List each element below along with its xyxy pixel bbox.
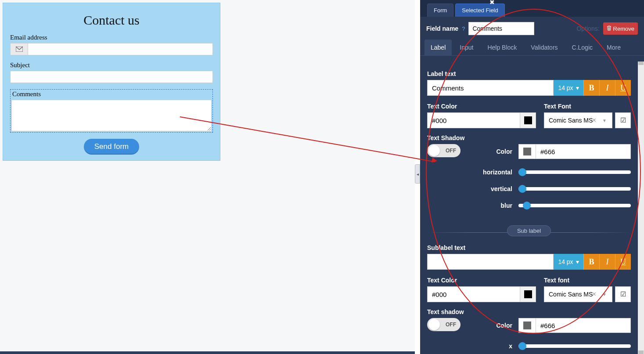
subtab-input[interactable]: Input (453, 40, 479, 55)
comments-field-selected[interactable]: Comments (10, 89, 213, 133)
subtab-label[interactable]: Label (425, 40, 452, 55)
shadow-color-label: Color (477, 148, 512, 155)
subject-field[interactable] (10, 71, 213, 83)
sub-italic-button[interactable]: I (599, 254, 615, 270)
sublabel-size-value: 14 px (558, 258, 573, 265)
help-icon[interactable]: ? (462, 25, 465, 32)
subtab-clogic[interactable]: C.Logic (566, 40, 599, 55)
caret-down-icon: ▾ (576, 258, 579, 265)
clear-icon[interactable]: × (592, 116, 596, 124)
bold-button[interactable]: B (583, 80, 599, 96)
sub-text-font-heading: Text font (544, 277, 631, 284)
text-color-swatch[interactable] (520, 112, 536, 128)
field-name-input[interactable] (468, 22, 534, 35)
tab-form[interactable]: Form (427, 4, 453, 17)
shadow-horizontal-label: horizontal (477, 169, 512, 176)
sub-text-color-input[interactable] (427, 286, 520, 302)
label-size-value: 14 px (558, 84, 573, 91)
field-subtabs: Label Input Help Block Validators C.Logi… (420, 40, 644, 56)
underline-button[interactable]: U (615, 80, 631, 96)
remove-button-label: Remove (613, 25, 634, 32)
properties-panel: ◂ ✖ Form Selected Field Field name ? Opt… (420, 0, 644, 354)
font-apply-button[interactable]: ☑ (615, 112, 631, 128)
panel-body[interactable]: Label text 14 px▾ B I U Text Color Text … (420, 61, 638, 354)
form-preview-area: Contact us Email address Subject Comment… (0, 0, 415, 354)
email-icon (10, 43, 28, 55)
sub-text-font-value: Comic Sans MS (549, 291, 593, 298)
text-shadow-toggle[interactable]: OFF (427, 144, 461, 157)
clear-icon[interactable]: × (592, 290, 596, 298)
subtab-more[interactable]: More (601, 40, 627, 55)
sub-font-apply-button[interactable]: ☑ (615, 286, 631, 302)
shadow-vertical-label: vertical (477, 185, 512, 192)
caret-down-icon: ▼ (602, 292, 607, 297)
label-text-heading: Label text (427, 70, 631, 77)
sub-text-font-select[interactable]: Comic Sans MS × ▼ (544, 286, 612, 302)
caret-down-icon: ▾ (576, 84, 579, 91)
close-icon[interactable]: ✖ (489, 0, 495, 6)
sub-shadow-color-swatch[interactable] (518, 318, 536, 333)
sub-text-color-heading: Text Color (427, 277, 536, 284)
text-font-heading: Text Font (544, 103, 631, 110)
shadow-vertical-slider[interactable] (518, 187, 631, 191)
sublabel-text-heading: Sublabel text (427, 244, 631, 251)
email-field[interactable] (28, 43, 213, 55)
sublabel-text-input[interactable] (427, 254, 554, 270)
sub-shadow-color-input[interactable] (536, 318, 631, 333)
comments-textarea[interactable] (11, 100, 212, 131)
bottom-bar (0, 351, 415, 354)
subtab-help-block[interactable]: Help Block (481, 40, 523, 55)
submit-button[interactable]: Send form (84, 139, 139, 155)
text-font-select[interactable]: Comic Sans MS × ▼ (544, 112, 612, 128)
sub-text-color-swatch[interactable] (520, 286, 536, 302)
form-title: Contact us (10, 13, 213, 28)
sub-shadow-x-slider[interactable] (518, 344, 631, 348)
sublabel-divider-text: Sub label (507, 225, 551, 236)
sublabel-text-row: 14 px▾ B I U (427, 254, 631, 270)
panel-top-tabs: Form Selected Field (420, 0, 644, 17)
scroll-up-icon[interactable] (638, 61, 644, 65)
field-name-label: Field name (426, 25, 458, 32)
comments-label: Comments (11, 90, 212, 98)
trash-icon (607, 25, 612, 32)
sub-text-shadow-heading: Text shadow (427, 308, 631, 315)
text-color-heading: Text Color (427, 103, 536, 110)
sub-toggle-off-label: OFF (446, 321, 456, 328)
shadow-color-swatch[interactable] (518, 144, 536, 159)
text-color-input[interactable] (427, 112, 520, 128)
shadow-color-input[interactable] (536, 144, 631, 159)
caret-down-icon: ▼ (602, 118, 607, 123)
shadow-blur-slider[interactable] (518, 204, 631, 207)
label-text-row: 14 px▾ B I U (427, 80, 631, 96)
contact-form-card: Contact us Email address Subject Comment… (3, 3, 220, 161)
sub-shadow-color-label: Color (477, 322, 512, 329)
panel-collapse-handle[interactable]: ◂ (415, 164, 420, 184)
field-name-row: Field name ? Options: Remove (420, 17, 644, 40)
email-input-row (10, 43, 213, 55)
label-text-input[interactable] (427, 80, 554, 96)
submit-row: Send form (10, 139, 213, 155)
remove-button[interactable]: Remove (603, 22, 638, 35)
sub-underline-button[interactable]: U (615, 254, 631, 270)
label-size-dropdown[interactable]: 14 px▾ (554, 80, 583, 96)
panel-scrollbar[interactable] (638, 61, 644, 354)
sub-bold-button[interactable]: B (583, 254, 599, 270)
shadow-blur-label: blur (477, 202, 512, 209)
options-label: Options: (576, 25, 599, 32)
text-shadow-heading: Text Shadow (427, 134, 631, 141)
italic-button[interactable]: I (599, 80, 615, 96)
text-font-value: Comic Sans MS (549, 117, 593, 124)
subtab-validators[interactable]: Validators (525, 40, 564, 55)
subject-label: Subject (10, 61, 213, 69)
scroll-down-icon[interactable] (638, 350, 644, 354)
tab-selected-field[interactable]: Selected Field (455, 4, 504, 17)
shadow-horizontal-slider[interactable] (518, 170, 631, 174)
email-label: Email address (10, 34, 213, 41)
sublabel-divider: Sub label (427, 227, 631, 238)
sub-shadow-x-label: x (477, 343, 512, 350)
toggle-off-label: OFF (446, 148, 456, 154)
sub-text-shadow-toggle[interactable]: OFF (427, 318, 461, 331)
sublabel-size-dropdown[interactable]: 14 px▾ (554, 254, 583, 270)
